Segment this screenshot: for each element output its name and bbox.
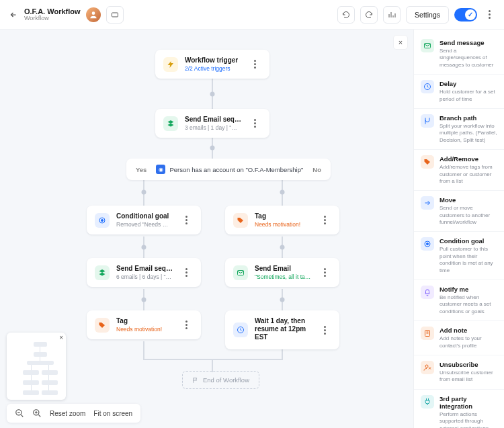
sidebar-item-condition-goal[interactable]: Condition goalPull customer to this poin… (414, 232, 504, 280)
sidebar-item-add-note[interactable]: Add noteAdd notes to your contact's prof… (414, 321, 504, 355)
sidebar-item-desc: Add/remove tags from customer or custome… (439, 164, 497, 185)
goal-icon (421, 237, 434, 251)
node-condition[interactable]: Yes ◉Person has an account on "O.F.A-Mem… (126, 159, 331, 180)
svg-point-0 (91, 11, 95, 15)
actions-sidebar: Send messageSend a single/sequences of m… (413, 30, 504, 428)
main: × Workflow trigger2/2 Active triggers (0, 30, 504, 428)
node-menu[interactable] (179, 268, 193, 277)
note-icon (421, 327, 434, 340)
node-sequence-1[interactable]: Send Email sequence3 emails | 1 day | "W… (155, 109, 269, 138)
tag-icon (233, 213, 248, 228)
node-menu[interactable] (248, 119, 261, 128)
svg-point-13 (425, 365, 428, 368)
node-title: Conditional goal (116, 212, 173, 220)
svg-rect-1 (112, 13, 118, 17)
zoom-in-icon[interactable] (32, 409, 42, 418)
sidebar-item-move[interactable]: MoveSend or move customers to another fu… (414, 191, 504, 232)
node-send-email[interactable]: Send Email"Sometimes, all it takes is a … (225, 258, 339, 287)
node-trigger[interactable]: Workflow trigger2/2 Active triggers (155, 50, 269, 79)
fit-screen-button[interactable]: Fit on screen (93, 410, 132, 417)
node-menu[interactable] (318, 216, 331, 224)
active-toggle[interactable] (454, 8, 477, 22)
node-title: Send Email sequence (185, 116, 241, 123)
tag-icon (421, 155, 434, 169)
sidebar-item-add-remove[interactable]: Add/RemoveAdd/remove tags from customer … (414, 150, 504, 191)
bell-icon (421, 286, 434, 299)
canvas[interactable]: × Workflow trigger2/2 Active triggers (0, 30, 413, 428)
node-sub: 2/2 Active triggers (185, 65, 241, 72)
stats-button[interactable] (383, 6, 401, 24)
sidebar-item-title: Delay (439, 80, 497, 87)
channel-icon[interactable] (106, 6, 124, 24)
page-title: O.F.A. Workflow (24, 7, 81, 15)
close-panel-icon[interactable]: × (393, 35, 408, 50)
sidebar-item-unsubscribe[interactable]: UnsubscribeUnsubscribe customer from ema… (414, 355, 504, 390)
flag-icon (192, 377, 199, 384)
stack-icon (163, 116, 178, 131)
goal-icon (95, 213, 110, 228)
node-tag-1[interactable]: TagNeeds motivation! (225, 206, 339, 234)
node-title: Tag (116, 317, 173, 325)
sidebar-item-title: Notify me (439, 286, 497, 293)
person-icon: ◉ (156, 165, 165, 174)
settings-button[interactable]: Settings (406, 6, 449, 24)
node-menu[interactable] (248, 60, 261, 69)
back-icon[interactable] (8, 9, 19, 20)
node-sequence-2[interactable]: Send Email sequence6 emails | 6 days | "… (87, 258, 201, 287)
zoom-controls: Reset zoom Fit on screen (7, 404, 140, 423)
sidebar-item-delay[interactable]: DelayHold customer for a set period of t… (414, 75, 504, 109)
node-menu[interactable] (318, 268, 331, 277)
title-block: O.F.A. Workflow Workflow (24, 7, 81, 22)
sidebar-item-title: Condition goal (439, 237, 497, 245)
node-menu[interactable] (179, 216, 193, 224)
node-sub: 6 emails | 6 days | "Welcome to O…" (116, 273, 173, 280)
branch-icon (421, 114, 434, 128)
node-conditional-goal[interactable]: Conditional goalRemoved "Needs motivatio… (87, 206, 201, 234)
node-sub: "Sometimes, all it takes is a first s…" (255, 273, 311, 280)
node-title: Workflow trigger (185, 56, 241, 64)
sidebar-item-title: Move (439, 196, 497, 204)
send-icon (421, 39, 434, 52)
svg-point-3 (101, 219, 103, 221)
page-subtitle: Workflow (24, 15, 81, 22)
node-wait[interactable]: Wait 1 day, then resume at 12pm EST (225, 310, 339, 349)
avatar[interactable] (86, 7, 101, 22)
node-title: Wait 1 day, then resume at 12pm EST (255, 317, 311, 341)
minimap[interactable]: × (7, 333, 66, 400)
sidebar-item-desc: Unsubscribe customer from email list (439, 370, 497, 384)
sidebar-item-title: Add note (439, 327, 497, 334)
sidebar-item-desc: Add notes to your contact's profile (439, 335, 497, 349)
sidebar-item-desc: Hold customer for a set period of time (439, 89, 497, 103)
sidebar-item-branch-path[interactable]: Branch pathSplit your workflow into mult… (414, 109, 504, 150)
stack-icon (95, 265, 110, 280)
sidebar-item-desc: Split your workflow into multiple paths.… (439, 123, 497, 144)
overflow-menu[interactable] (482, 10, 496, 19)
sidebar-item-desc: Send or move customers to another funnel… (439, 205, 497, 226)
clock-icon (233, 323, 248, 337)
sidebar-item-send-message[interactable]: Send messageSend a single/sequences of m… (414, 34, 504, 75)
node-sub: Needs motivation! (255, 221, 311, 228)
cond-yes: Yes (136, 166, 146, 173)
plug-icon (421, 395, 434, 409)
unsub-icon (421, 361, 434, 374)
sidebar-item-notify-me[interactable]: Notify meBe notified when customer meets… (414, 280, 504, 321)
clock-icon (421, 80, 434, 93)
svg-point-11 (427, 243, 429, 245)
node-tag-2[interactable]: TagNeeds motivation! (87, 310, 201, 339)
tag-icon (95, 318, 110, 333)
reset-zoom-button[interactable]: Reset zoom (50, 410, 85, 417)
sidebar-item-3rd-party-integration[interactable]: 3rd party integrationPerform actions sup… (414, 390, 504, 428)
undo-button[interactable] (337, 6, 355, 24)
sidebar-item-desc: Send a single/sequences of messages to c… (439, 48, 497, 69)
node-sub: Needs motivation! (116, 326, 173, 333)
sidebar-item-title: Send message (439, 39, 497, 46)
node-menu[interactable] (179, 320, 193, 329)
redo-button[interactable] (360, 6, 378, 24)
cond-no: No (312, 166, 321, 173)
sidebar-item-title: Branch path (439, 114, 497, 122)
zoom-out-icon[interactable] (15, 409, 24, 418)
node-menu[interactable] (318, 326, 331, 335)
mail-icon (233, 265, 248, 280)
node-sub: 3 emails | 1 day | "Welcome to O…" (185, 124, 241, 131)
sidebar-item-title: Add/Remove (439, 155, 497, 163)
